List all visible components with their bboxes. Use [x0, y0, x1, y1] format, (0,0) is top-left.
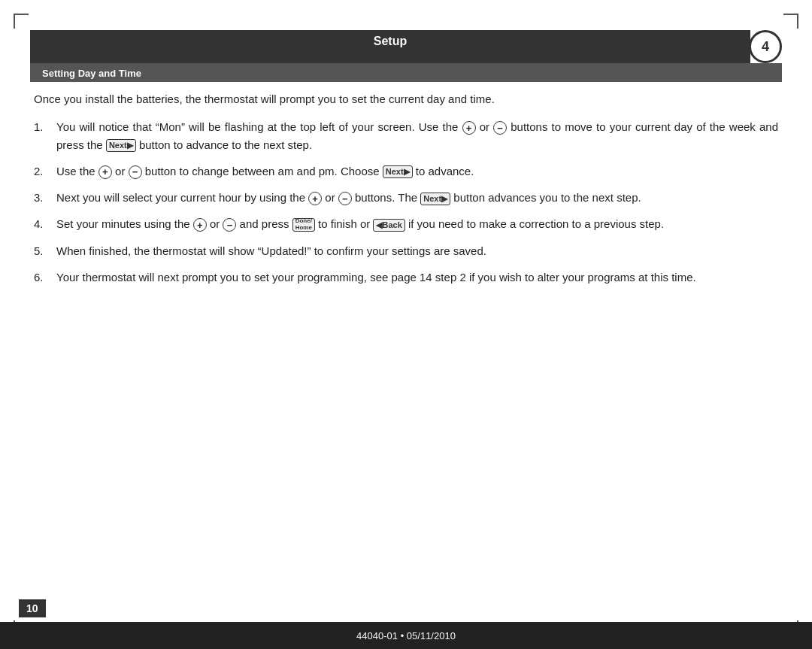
intro-paragraph: Once you install the batteries, the ther…	[34, 90, 778, 108]
header-title-bar: Setup	[30, 30, 750, 63]
content-area: Once you install the batteries, the ther…	[34, 90, 778, 604]
step-1-num: 1.	[34, 118, 56, 153]
done-home-icon: Done/Home	[292, 218, 315, 232]
step-6-content: Your thermostat will next prompt you to …	[56, 268, 778, 286]
step-5: 5. When finished, the thermostat will sh…	[34, 242, 778, 259]
header-subtitle: Setting Day and Time	[42, 68, 141, 79]
corner-tr	[783, 14, 798, 29]
plus-icon-2: +	[98, 165, 112, 179]
corner-tl	[14, 14, 29, 29]
page-number-bottom: 10	[19, 599, 46, 617]
back-btn-icon: ◀Back	[373, 219, 404, 232]
step-4-content: Set your minutes using the + or − and pr…	[56, 215, 778, 232]
minus-icon-1a: −	[493, 121, 507, 135]
next-btn-icon-1: Next▶	[106, 139, 136, 152]
next-btn-icon-2: Next▶	[383, 165, 413, 178]
step-5-num: 5.	[34, 242, 56, 259]
step-2-num: 2.	[34, 162, 56, 180]
header-subtitle-bar: Setting Day and Time	[30, 63, 782, 82]
minus-icon-2: −	[129, 165, 142, 179]
step-6-num: 6.	[34, 268, 56, 286]
step-3-num: 3.	[34, 189, 56, 206]
step-1-content: You will notice that “Mon” will be flash…	[56, 118, 778, 153]
minus-icon-3: −	[338, 192, 352, 205]
next-btn-icon-3: Next▶	[420, 193, 450, 205]
step-2-content: Use the + or − button to change between …	[56, 162, 778, 180]
step-6: 6. Your thermostat will next prompt you …	[34, 268, 778, 286]
step-4-num: 4.	[34, 215, 56, 232]
step-4: 4. Set your minutes using the + or − and…	[34, 215, 778, 232]
step-2: 2. Use the + or − button to change betwe…	[34, 162, 778, 180]
plus-icon-1a: +	[462, 121, 476, 135]
steps-list: 1. You will notice that “Mon” will be fl…	[34, 118, 778, 286]
header-title: Setup	[374, 35, 407, 47]
plus-icon-3: +	[308, 192, 322, 205]
step-3-content: Next you will select your current hour b…	[56, 189, 778, 206]
footer: 44040-01 • 05/11/2010	[0, 622, 812, 649]
step-1: 1. You will notice that “Mon” will be fl…	[34, 118, 778, 153]
step-3: 3. Next you will select your current hou…	[34, 189, 778, 206]
minus-icon-4: −	[223, 218, 236, 232]
plus-icon-4: +	[193, 218, 207, 232]
step-5-content: When finished, the thermostat will show …	[56, 242, 778, 259]
page-number-circle: 4	[749, 30, 782, 63]
header-area: Setup 4 Setting Day and Time	[30, 30, 782, 82]
footer-text: 44040-01 • 05/11/2010	[356, 630, 456, 641]
